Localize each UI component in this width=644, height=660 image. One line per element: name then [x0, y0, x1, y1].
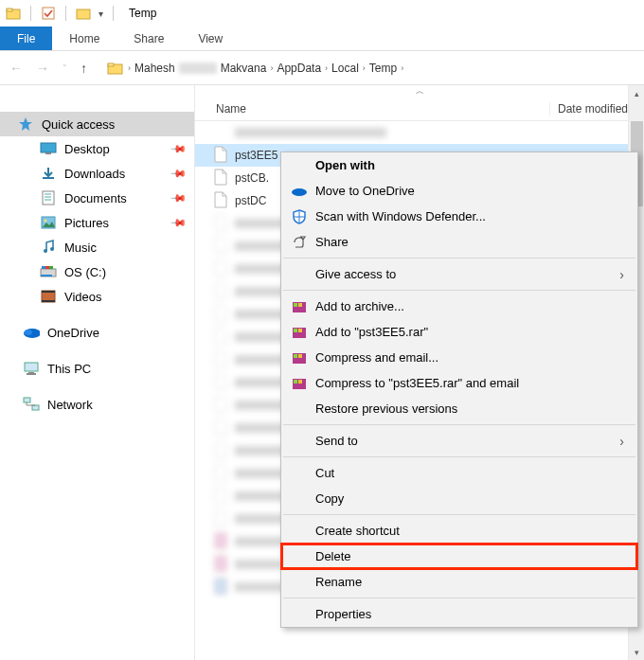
onedrive-icon	[23, 324, 40, 341]
scroll-up-icon[interactable]: ▴	[629, 85, 644, 101]
file-name: pstDC	[235, 194, 266, 207]
star-icon	[17, 116, 34, 133]
file-row[interactable]	[195, 121, 628, 144]
svg-rect-41	[298, 303, 302, 307]
svg-rect-19	[41, 275, 52, 276]
svg-rect-47	[298, 354, 302, 358]
menu-item-open-with[interactable]: Open with	[281, 152, 637, 178]
menu-item-cut[interactable]: Cut	[281, 460, 637, 486]
sidebar-network[interactable]: Network	[0, 392, 194, 417]
menu-item-give-access-to[interactable]: Give access to›	[281, 261, 637, 287]
menu-item-restore-previous[interactable]: Restore previous versions	[281, 396, 637, 421]
sidebar-item-videos[interactable]: Videos	[0, 284, 194, 309]
svg-rect-43	[294, 329, 297, 332]
menu-item-copy[interactable]: Copy	[281, 486, 637, 511]
share-tab[interactable]: Share	[116, 27, 181, 50]
breadcrumb: AppData›	[277, 62, 328, 75]
file-icon	[214, 214, 229, 233]
chevron-right-icon[interactable]: ›	[325, 63, 328, 73]
forward-button[interactable]: →	[36, 61, 49, 76]
sidebar-item-os-c[interactable]: OS (C:)	[0, 259, 194, 284]
file-icon	[214, 555, 229, 574]
file-icon	[214, 146, 229, 165]
defender-icon	[289, 209, 310, 224]
sidebar-item-downloads[interactable]: Downloads 📌	[0, 161, 194, 186]
column-headers: Name Date modified	[195, 97, 644, 121]
sidebar-quick-access[interactable]: Quick access	[0, 112, 194, 136]
menu-item-move-to-onedrive[interactable]: Move to OneDrive	[281, 178, 637, 204]
svg-rect-44	[298, 329, 302, 332]
chevron-right-icon[interactable]: ›	[363, 63, 366, 73]
winrar-icon	[289, 325, 310, 340]
svg-rect-34	[215, 556, 226, 571]
svg-rect-49	[294, 380, 297, 384]
svg-rect-7	[41, 143, 56, 152]
pin-icon: 📌	[169, 213, 187, 231]
chevron-right-icon[interactable]: ›	[401, 63, 403, 73]
file-icon	[214, 487, 229, 506]
file-tab[interactable]: File	[0, 27, 52, 50]
menu-item-create-shortcut[interactable]: Create shortcut	[281, 518, 637, 544]
qat-dropdown-icon[interactable]: ▾	[98, 9, 103, 19]
svg-rect-25	[42, 300, 55, 302]
breadcrumb: Makvana›	[221, 62, 274, 75]
address-bar[interactable]: › Mahesh Makvana› AppData› Local› Temp›	[100, 57, 635, 80]
menu-item-add-to-archive[interactable]: Add to archive...	[281, 294, 637, 319]
svg-rect-30	[27, 373, 36, 375]
breadcrumb-chevron[interactable]: ›	[128, 63, 131, 73]
file-name: pstCB.	[235, 171, 269, 185]
this-pc-icon	[23, 360, 40, 377]
chevron-right-icon: ›	[619, 434, 624, 449]
file-icon	[214, 464, 229, 483]
sidebar-item-desktop[interactable]: Desktop 📌	[0, 136, 194, 161]
menu-item-rename[interactable]: Rename	[281, 569, 637, 595]
navigation-pane: Quick access Desktop 📌 Downloads 📌 Docum…	[0, 85, 194, 660]
chevron-right-icon[interactable]: ›	[270, 63, 273, 73]
file-icon	[214, 532, 229, 551]
menu-item-compress-email[interactable]: Compress and email...	[281, 345, 637, 370]
svg-rect-2	[43, 8, 54, 19]
menu-item-delete[interactable]: Delete	[281, 544, 637, 569]
up-button[interactable]: ↑	[80, 61, 87, 76]
menu-item-share[interactable]: Share	[281, 229, 637, 255]
svg-point-36	[292, 188, 307, 196]
onedrive-icon	[289, 186, 310, 197]
sidebar-this-pc[interactable]: This PC	[0, 356, 194, 381]
view-tab[interactable]: View	[181, 27, 240, 50]
window-title: Temp	[129, 7, 156, 20]
music-icon	[40, 239, 57, 256]
title-bar: ▾ Temp	[0, 0, 644, 27]
svg-point-16	[44, 249, 47, 253]
menu-item-scan-defender[interactable]: Scan with Windows Defender...	[281, 204, 637, 229]
svg-rect-33	[215, 533, 226, 548]
svg-rect-35	[215, 579, 226, 594]
column-name[interactable]: Name	[195, 102, 549, 116]
file-icon	[214, 169, 229, 187]
videos-icon	[40, 288, 57, 305]
folder-qat-icon[interactable]	[76, 6, 91, 21]
sidebar-onedrive[interactable]: OneDrive	[0, 320, 194, 345]
context-menu: Open with Move to OneDrive Scan with Win…	[280, 152, 638, 628]
file-icon	[214, 578, 229, 597]
winrar-icon	[289, 376, 310, 391]
chevron-right-icon: ›	[619, 267, 624, 282]
menu-item-add-to-rar[interactable]: Add to "pst3EE5.rar"	[281, 319, 637, 345]
svg-rect-5	[108, 63, 114, 66]
breadcrumb: Mahesh	[134, 62, 175, 75]
winrar-icon	[289, 350, 310, 366]
file-icon	[214, 305, 229, 324]
menu-item-properties[interactable]: Properties	[281, 601, 637, 627]
sidebar-item-documents[interactable]: Documents 📌	[0, 186, 194, 210]
scroll-down-icon[interactable]: ▾	[629, 644, 644, 660]
home-tab[interactable]: Home	[52, 27, 116, 50]
recent-dropdown-icon[interactable]: ˅	[63, 63, 67, 73]
file-icon	[214, 419, 229, 437]
ribbon-collapse-icon[interactable]: ︿	[195, 85, 644, 97]
menu-item-send-to[interactable]: Send to›	[281, 428, 637, 454]
folder-icon	[6, 6, 21, 21]
back-button[interactable]: ←	[9, 61, 23, 76]
properties-qat-icon[interactable]	[41, 6, 56, 21]
menu-item-compress-to-rar-email[interactable]: Compress to "pst3EE5.rar" and email	[281, 370, 637, 396]
sidebar-item-pictures[interactable]: Pictures 📌	[0, 210, 194, 235]
sidebar-item-music[interactable]: Music	[0, 235, 194, 259]
